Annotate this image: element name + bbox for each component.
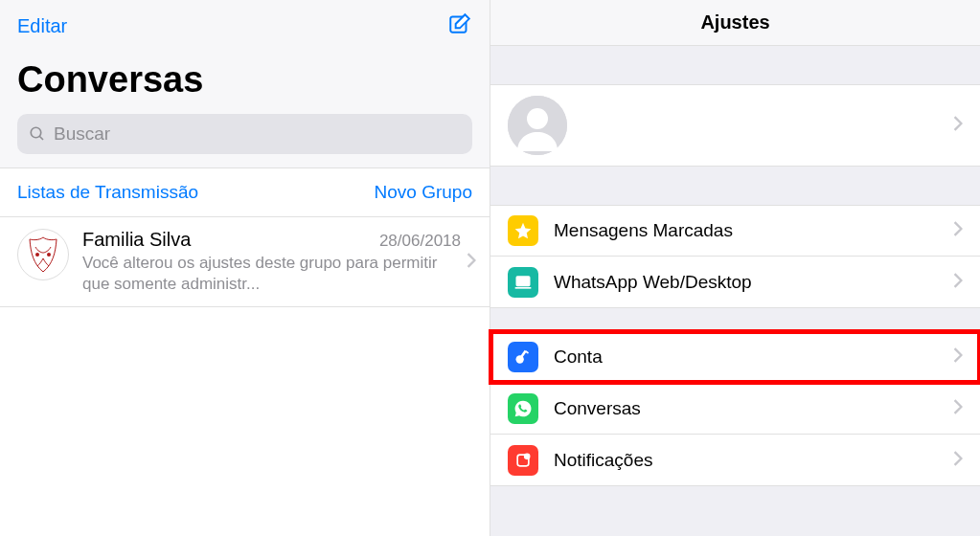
chevron-right-icon [953, 116, 963, 135]
chevron-right-icon [953, 451, 963, 470]
section-spacer [490, 46, 980, 84]
chat-body: Familia Silva 28/06/2018 Você alterou os… [82, 229, 461, 295]
svg-point-1 [31, 127, 41, 138]
setting-label: Mensagens Marcadas [554, 220, 953, 241]
svg-rect-7 [516, 277, 529, 285]
svg-rect-9 [520, 350, 527, 358]
whatsapp-icon [508, 393, 538, 424]
setting-label: WhatsApp Web/Desktop [554, 272, 953, 293]
settings-pane: Ajustes Mensagens Marcadas [490, 0, 980, 536]
notifications-icon [508, 445, 538, 476]
key-icon [508, 342, 538, 372]
search-input[interactable]: Buscar [17, 114, 472, 154]
setting-label: Notificações [554, 450, 953, 471]
setting-account[interactable]: Conta [490, 331, 980, 383]
chats-empty-space [0, 307, 490, 536]
svg-point-12 [525, 454, 530, 458]
page-title: Conversas [17, 59, 472, 100]
setting-web-desktop[interactable]: WhatsApp Web/Desktop [490, 257, 980, 308]
setting-label: Conta [554, 346, 953, 368]
broadcast-lists-link[interactable]: Listas de Transmissão [17, 182, 198, 203]
avatar [508, 96, 567, 155]
settings-group-1: Mensagens Marcadas WhatsApp Web/Desktop [490, 205, 980, 308]
chevron-right-icon [953, 399, 963, 418]
search-placeholder: Buscar [54, 123, 110, 145]
new-group-link[interactable]: Novo Grupo [375, 182, 472, 203]
chevron-right-icon [953, 221, 963, 240]
svg-point-4 [47, 253, 51, 257]
search-icon [29, 125, 46, 143]
settings-group-2: Conta Conversas Notificações [490, 331, 980, 486]
section-spacer [490, 167, 980, 205]
chats-top-row: Editar [17, 11, 472, 40]
laptop-icon [508, 267, 538, 298]
chat-preview: Você alterou os ajustes deste grupo para… [82, 253, 461, 295]
svg-point-6 [527, 108, 548, 129]
svg-line-2 [39, 136, 43, 140]
setting-label: Conversas [554, 398, 953, 419]
section-spacer [490, 308, 980, 331]
chevron-right-icon [953, 347, 963, 367]
group-crest-icon [22, 234, 64, 276]
setting-notifications[interactable]: Notificações [490, 435, 980, 486]
chat-name: Familia Silva [82, 229, 191, 251]
avatar-placeholder-icon [508, 96, 567, 155]
compose-icon[interactable] [447, 11, 472, 40]
chevron-right-icon [467, 253, 476, 272]
setting-chats[interactable]: Conversas [490, 383, 980, 435]
chat-date: 28/06/2018 [379, 232, 461, 251]
chat-avatar [17, 229, 69, 280]
settings-title: Ajustes [700, 11, 769, 34]
chevron-right-icon [953, 273, 963, 292]
edit-button[interactable]: Editar [17, 15, 67, 37]
settings-header: Ajustes [490, 0, 980, 46]
chats-pane: Editar Conversas Buscar Listas de Transm… [0, 0, 490, 536]
chats-header: Editar Conversas Buscar [0, 0, 490, 168]
profile-row[interactable] [490, 84, 980, 167]
setting-starred[interactable]: Mensagens Marcadas [490, 205, 980, 257]
link-row: Listas de Transmissão Novo Grupo [0, 168, 490, 217]
star-icon [508, 215, 538, 246]
svg-point-3 [35, 253, 39, 257]
chat-row[interactable]: Familia Silva 28/06/2018 Você alterou os… [0, 217, 490, 307]
